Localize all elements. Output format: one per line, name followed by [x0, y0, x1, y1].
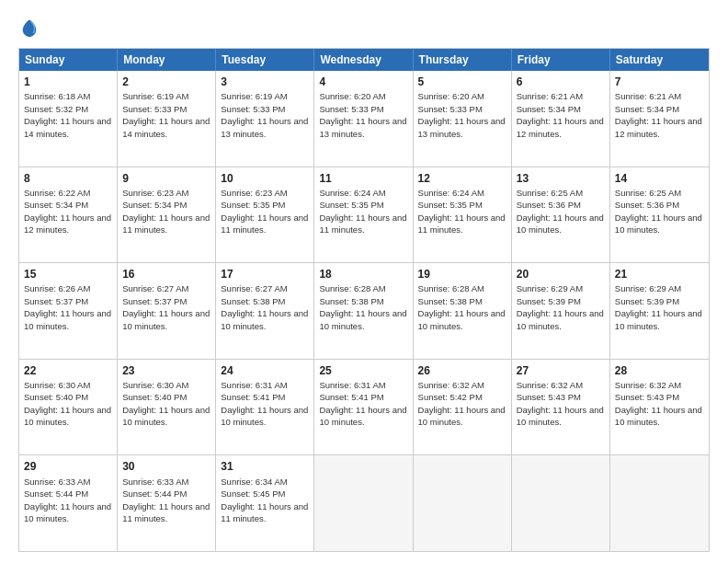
cell-info: Sunrise: 6:34 AMSunset: 5:45 PMDaylight:…: [221, 477, 308, 524]
cell-info: Sunrise: 6:27 AMSunset: 5:37 PMDaylight:…: [122, 283, 210, 331]
calendar-row-3: 15 Sunrise: 6:26 AMSunset: 5:37 PMDaylig…: [19, 262, 709, 359]
weekday-header-saturday: Saturday: [610, 49, 709, 71]
day-number: 14: [615, 171, 704, 186]
day-number: 7: [615, 75, 704, 89]
cell-info: Sunrise: 6:23 AMSunset: 5:35 PMDaylight:…: [221, 188, 308, 236]
cell-info: Sunrise: 6:28 AMSunset: 5:38 PMDaylight:…: [418, 283, 506, 331]
calendar-cell: 21 Sunrise: 6:29 AMSunset: 5:39 PMDaylig…: [610, 263, 709, 359]
cell-info: Sunrise: 6:24 AMSunset: 5:35 PMDaylight:…: [319, 188, 406, 236]
calendar-cell: 16 Sunrise: 6:27 AMSunset: 5:37 PMDaylig…: [118, 263, 216, 359]
cell-info: Sunrise: 6:31 AMSunset: 5:41 PMDaylight:…: [221, 380, 308, 428]
calendar-cell: 27 Sunrise: 6:32 AMSunset: 5:43 PMDaylig…: [512, 360, 610, 455]
day-number: 20: [517, 267, 605, 282]
day-number: 3: [221, 75, 309, 89]
cell-info: Sunrise: 6:21 AMSunset: 5:34 PMDaylight:…: [615, 91, 702, 139]
calendar-cell: [314, 455, 413, 551]
calendar-cell: 6 Sunrise: 6:21 AMSunset: 5:34 PMDayligh…: [512, 71, 610, 167]
day-number: 25: [319, 363, 407, 378]
cell-info: Sunrise: 6:18 AMSunset: 5:32 PMDaylight:…: [24, 91, 111, 139]
cell-info: Sunrise: 6:20 AMSunset: 5:33 PMDaylight:…: [319, 91, 406, 139]
calendar-cell: 4 Sunrise: 6:20 AMSunset: 5:33 PMDayligh…: [314, 71, 413, 167]
day-number: 30: [122, 459, 210, 474]
cell-info: Sunrise: 6:30 AMSunset: 5:40 PMDaylight:…: [122, 380, 210, 428]
calendar-cell: 2 Sunrise: 6:19 AMSunset: 5:33 PMDayligh…: [118, 71, 216, 167]
weekday-header-tuesday: Tuesday: [216, 49, 314, 71]
cell-info: Sunrise: 6:26 AMSunset: 5:37 PMDaylight:…: [24, 283, 111, 331]
day-number: 23: [122, 363, 210, 378]
calendar-cell: 30 Sunrise: 6:33 AMSunset: 5:44 PMDaylig…: [118, 455, 216, 551]
calendar-cell: 11 Sunrise: 6:24 AMSunset: 5:35 PMDaylig…: [314, 167, 413, 263]
cell-info: Sunrise: 6:25 AMSunset: 5:36 PMDaylight:…: [615, 188, 702, 236]
day-number: 29: [24, 459, 112, 474]
day-number: 13: [517, 171, 605, 186]
day-number: 17: [221, 267, 309, 282]
day-number: 11: [319, 171, 407, 186]
calendar-cell: 26 Sunrise: 6:32 AMSunset: 5:42 PMDaylig…: [414, 360, 512, 455]
calendar-cell: 23 Sunrise: 6:30 AMSunset: 5:40 PMDaylig…: [118, 360, 216, 455]
day-number: 1: [24, 75, 112, 89]
cell-info: Sunrise: 6:23 AMSunset: 5:34 PMDaylight:…: [122, 188, 210, 236]
calendar-cell: 9 Sunrise: 6:23 AMSunset: 5:34 PMDayligh…: [118, 167, 216, 263]
calendar-cell: 3 Sunrise: 6:19 AMSunset: 5:33 PMDayligh…: [216, 71, 314, 167]
cell-info: Sunrise: 6:20 AMSunset: 5:33 PMDaylight:…: [418, 91, 506, 139]
cell-info: Sunrise: 6:33 AMSunset: 5:44 PMDaylight:…: [24, 477, 111, 524]
weekday-header-sunday: Sunday: [19, 49, 118, 71]
day-number: 15: [24, 267, 112, 282]
calendar-cell: 17 Sunrise: 6:27 AMSunset: 5:38 PMDaylig…: [216, 263, 314, 359]
cell-info: Sunrise: 6:27 AMSunset: 5:38 PMDaylight:…: [221, 283, 308, 331]
cell-info: Sunrise: 6:32 AMSunset: 5:42 PMDaylight:…: [418, 380, 506, 428]
logo: [18, 17, 44, 39]
cell-info: Sunrise: 6:21 AMSunset: 5:34 PMDaylight:…: [517, 91, 604, 139]
day-number: 16: [122, 267, 210, 282]
logo-icon: [18, 17, 40, 39]
calendar-cell: 7 Sunrise: 6:21 AMSunset: 5:34 PMDayligh…: [610, 71, 709, 167]
cell-info: Sunrise: 6:31 AMSunset: 5:41 PMDaylight:…: [319, 380, 406, 428]
header: [18, 17, 710, 39]
calendar-cell: 12 Sunrise: 6:24 AMSunset: 5:35 PMDaylig…: [414, 167, 512, 263]
calendar-row-2: 8 Sunrise: 6:22 AMSunset: 5:34 PMDayligh…: [19, 167, 709, 263]
calendar-cell: 28 Sunrise: 6:32 AMSunset: 5:43 PMDaylig…: [610, 360, 709, 455]
calendar-cell: 22 Sunrise: 6:30 AMSunset: 5:40 PMDaylig…: [19, 360, 118, 455]
calendar-header: SundayMondayTuesdayWednesdayThursdayFrid…: [19, 49, 709, 71]
calendar-cell: 15 Sunrise: 6:26 AMSunset: 5:37 PMDaylig…: [19, 263, 118, 359]
calendar-cell: [512, 455, 610, 551]
page: SundayMondayTuesdayWednesdayThursdayFrid…: [0, 0, 728, 563]
calendar-cell: 24 Sunrise: 6:31 AMSunset: 5:41 PMDaylig…: [216, 360, 314, 455]
calendar-cell: 5 Sunrise: 6:20 AMSunset: 5:33 PMDayligh…: [414, 71, 512, 167]
day-number: 19: [418, 267, 506, 282]
day-number: 5: [418, 75, 506, 89]
cell-info: Sunrise: 6:32 AMSunset: 5:43 PMDaylight:…: [615, 380, 702, 428]
calendar-row-1: 1 Sunrise: 6:18 AMSunset: 5:32 PMDayligh…: [19, 71, 709, 167]
cell-info: Sunrise: 6:25 AMSunset: 5:36 PMDaylight:…: [517, 188, 604, 236]
cell-info: Sunrise: 6:29 AMSunset: 5:39 PMDaylight:…: [517, 283, 604, 331]
cell-info: Sunrise: 6:22 AMSunset: 5:34 PMDaylight:…: [24, 188, 111, 236]
cell-info: Sunrise: 6:30 AMSunset: 5:40 PMDaylight:…: [24, 380, 111, 428]
weekday-header-friday: Friday: [512, 49, 610, 71]
calendar-cell: 13 Sunrise: 6:25 AMSunset: 5:36 PMDaylig…: [512, 167, 610, 263]
day-number: 27: [517, 363, 605, 378]
day-number: 22: [24, 363, 112, 378]
calendar-body: 1 Sunrise: 6:18 AMSunset: 5:32 PMDayligh…: [19, 71, 709, 551]
cell-info: Sunrise: 6:19 AMSunset: 5:33 PMDaylight:…: [221, 91, 308, 139]
day-number: 18: [319, 267, 407, 282]
day-number: 2: [122, 75, 210, 89]
calendar-cell: [610, 455, 709, 551]
day-number: 31: [221, 459, 309, 474]
cell-info: Sunrise: 6:19 AMSunset: 5:33 PMDaylight:…: [122, 91, 210, 139]
cell-info: Sunrise: 6:29 AMSunset: 5:39 PMDaylight:…: [615, 283, 702, 331]
calendar-cell: 20 Sunrise: 6:29 AMSunset: 5:39 PMDaylig…: [512, 263, 610, 359]
weekday-header-monday: Monday: [118, 49, 216, 71]
day-number: 21: [615, 267, 704, 282]
calendar-cell: 29 Sunrise: 6:33 AMSunset: 5:44 PMDaylig…: [19, 455, 118, 551]
cell-info: Sunrise: 6:28 AMSunset: 5:38 PMDaylight:…: [319, 283, 406, 331]
cell-info: Sunrise: 6:33 AMSunset: 5:44 PMDaylight:…: [122, 477, 210, 524]
calendar-row-5: 29 Sunrise: 6:33 AMSunset: 5:44 PMDaylig…: [19, 454, 709, 551]
day-number: 28: [615, 363, 704, 378]
calendar-row-4: 22 Sunrise: 6:30 AMSunset: 5:40 PMDaylig…: [19, 359, 709, 455]
calendar-cell: 10 Sunrise: 6:23 AMSunset: 5:35 PMDaylig…: [216, 167, 314, 263]
calendar-cell: 8 Sunrise: 6:22 AMSunset: 5:34 PMDayligh…: [19, 167, 118, 263]
day-number: 8: [24, 171, 112, 186]
cell-info: Sunrise: 6:32 AMSunset: 5:43 PMDaylight:…: [517, 380, 604, 428]
day-number: 12: [418, 171, 506, 186]
calendar-cell: 14 Sunrise: 6:25 AMSunset: 5:36 PMDaylig…: [610, 167, 709, 263]
